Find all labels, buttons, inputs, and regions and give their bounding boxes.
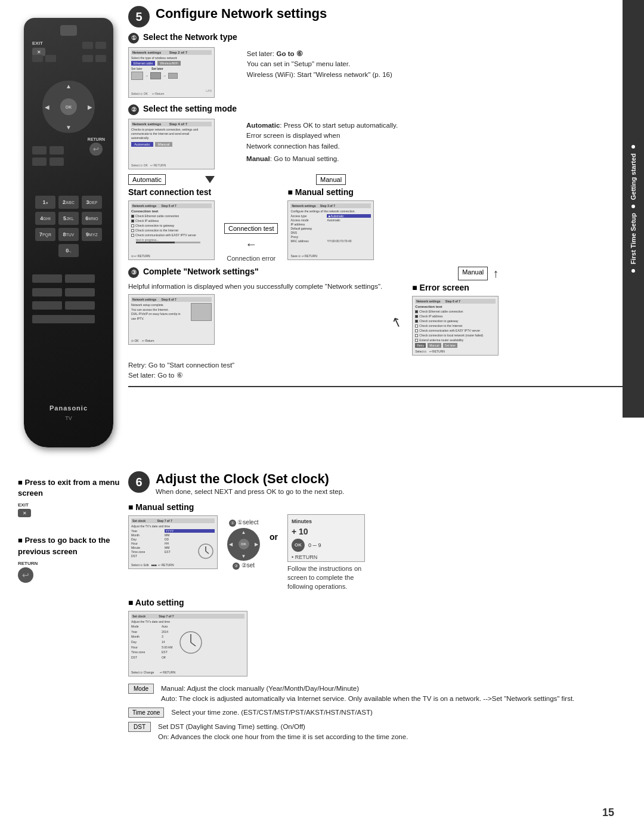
manual-footer: Save ⊙ ↩ RETURN [290,254,317,258]
conn-text2: Check IP address [135,219,159,223]
remote-small-btn-2[interactable] [95,42,106,49]
manual-right-label: Manual [316,174,346,185]
remote-row2-btn-4[interactable] [95,55,106,62]
num-btn-4[interactable]: 4GHI [35,212,55,225]
follow-text: Follow the instructions on screen to com… [287,564,377,592]
dst-box: DST [128,722,151,732]
remote-btn-bl6[interactable] [65,301,95,310]
complete-screen-title: Network settings Step 6 of 7 [131,297,212,302]
remote-mid-btn-1[interactable] [32,146,47,155]
set-later-goto-text: Go to ⑥ [276,50,302,57]
substep1-screen-col: ① Select the Network type Network settin… [128,32,237,98]
err-btns: Retry Manual Set later [415,343,496,348]
field-ip-addr-val [327,223,371,226]
num-btn-2[interactable]: 2ABC [58,196,79,209]
clock-field-dst: DST [131,554,164,558]
field-ip-mode: Access mode [290,218,326,222]
return-button[interactable]: ↩ [89,143,103,156]
auto-field-tz: Time zone [131,650,161,655]
remote-row2-btn-3[interactable] [82,55,93,62]
svg-line-5 [191,642,196,646]
auto-val-dst: Off [162,656,172,660]
automatic-btn: Automatic [131,142,153,147]
remote-btn-bl4[interactable] [65,288,95,296]
remote-btn-bl3[interactable] [32,288,62,296]
remote-btn-wide[interactable] [32,315,95,323]
remote-mid-btn-2[interactable] [49,146,64,155]
dpad-right-arrow[interactable]: ▶ [88,104,92,110]
clock-footer: Select ⊙ Edit ■■■ ↩ RETURN [131,563,174,567]
dpad-up-arrow[interactable]: ▲ [66,83,72,89]
ok-range-row: OK 0 ─ 9 [292,539,361,552]
remote-bottom-wide-row [32,315,95,323]
auto-field-dst2: DST [131,656,161,660]
remote-btn-bl2[interactable] [65,274,95,283]
remote-mid-btn-3[interactable] [32,157,47,166]
remote-row2-btn-1[interactable] [32,55,43,62]
screen-footer2: Select ⊙ OK ↩ RETURN [131,163,166,167]
err-check7 [415,339,418,342]
num-btn-7[interactable]: 7PQR [35,228,55,241]
num-btn-5[interactable]: 5JKL [58,212,79,225]
num-btn-3[interactable]: 3DEF [82,196,102,209]
step6-dpad-col: ① ①select ▲ ▼ ◀ ▶ OK ② ②set [227,519,260,570]
conn-check2 [131,220,134,223]
num-btn-9[interactable]: 9MYZ [82,228,102,241]
num-btn-1[interactable]: 1● [35,196,55,209]
err-text3: Check connection to gateway [419,319,458,323]
err-item6: Check connection to local network (route… [415,333,496,337]
clock-screen-title: Set clock Step 7 of 7 [131,518,215,523]
dst-desc-col: Set DST (Daylight Saving Time) setting. … [158,722,408,743]
remote-small-btn-1[interactable] [82,42,93,49]
error-footer: Select ⊙ ↩ RETURN [415,350,445,353]
wireless-option: Wireless/WiFi [157,61,181,66]
num-btn-0[interactable]: 0-. [58,244,79,257]
conn-check4 [131,229,134,232]
screen-title-network: Network settings Step 2 of 7 [131,50,212,55]
error-col: Manual ↑ ■ Error screen Network settings… [412,267,499,356]
clock-field-year: Year [131,529,164,533]
mode-box: Mode [128,684,154,694]
set-later-text: Set later [151,67,163,70]
remote-mid-btn-4[interactable] [49,157,64,166]
mode-labels-row: Automatic [128,174,215,185]
num-btn-6[interactable]: 6MNO [82,212,102,225]
dpad-down-arrow[interactable]: ▼ [66,124,72,131]
mode-info-col: Automatic: Press OK to start setup autom… [246,121,638,164]
substep3-title: ③ Complete "Network settings" [128,267,382,278]
dpad-sm-up: ▲ [242,530,246,535]
left-arrow-icon: ← [245,237,257,251]
auto-screen-desc: Adjust the TV's date and time [131,620,244,623]
auto-footer: Select ⊙ Change ↩ RETURN [131,671,175,674]
panasonic-logo: Panasonic [49,404,88,412]
err-item2: Check IP address [415,314,496,318]
manual-flow-row: Automatic Manual [128,174,638,185]
dpad-sm-down: ▼ [242,554,246,559]
auto-val-hour: 5:00 AM [162,645,172,650]
auto-val-mode: Auto [162,625,172,629]
err-check3 [415,320,418,323]
minutes-col: Minutes + 10 OK 0 ─ 9 • RETURN Follow th… [287,514,377,592]
auto-field-hour: Hour [131,645,161,650]
dpad-ring[interactable]: ▲ ▼ ◀ ▶ OK [42,81,95,133]
return-label: RETURN [88,137,105,141]
section-divider [128,386,638,387]
dpad-sm-left: ◀ [229,542,233,547]
auto-val-month: 3 [162,635,172,639]
remote-top-button[interactable] [60,25,77,36]
remote-dpad: ▲ ▼ ◀ ▶ OK [42,81,95,133]
auto-val-year: 2014 [162,630,172,635]
screen-arrow2: → [163,74,166,78]
dpad-ok-button[interactable]: OK [60,98,77,115]
remote-row2-btn-2[interactable] [45,55,56,62]
field-subnet: Default gateway [290,227,326,230]
substep2-row: ② Select the setting mode Network settin… [128,104,638,169]
remote-btn-bl5[interactable] [32,301,62,310]
num-btn-8[interactable]: 8TUV [58,228,79,241]
err-check5 [415,329,418,332]
dpad-left-arrow[interactable]: ◀ [45,104,49,110]
ethernet-option: Ethernet cable [131,61,155,66]
clock-screen: Set clock Step 7 of 7 Adjust the TV's da… [128,515,218,569]
err-text2: Check IP address [419,314,442,318]
remote-btn-bl1[interactable] [32,274,62,283]
